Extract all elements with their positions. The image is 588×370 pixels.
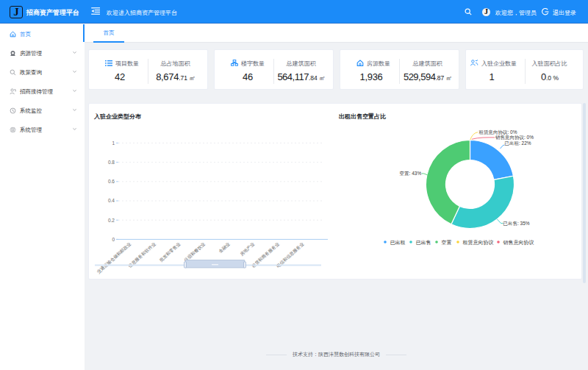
svg-text:0.4: 0.4 [108, 198, 115, 203]
svg-text:销售意向协议: 销售意向协议 [503, 240, 534, 246]
svg-text:1: 1 [112, 140, 115, 146]
svg-text:0.2: 0.2 [108, 218, 115, 223]
svg-text:0.8: 0.8 [108, 160, 115, 165]
svg-text:交通运输仓储和邮政业: 交通运输仓储和邮政业 [95, 241, 132, 276]
svg-text:空置: 43%: 空置: 43% [400, 171, 422, 176]
svg-text:金融业: 金融业 [218, 242, 232, 255]
svg-text:已出售: 已出售 [416, 240, 431, 245]
svg-text:已出租: 22%: 已出租: 22% [505, 140, 531, 146]
svg-text:已出租: 已出租 [390, 240, 406, 245]
svg-text:0.6: 0.6 [108, 179, 115, 184]
svg-text:销售意向协议: 0%: 销售意向协议: 0% [495, 135, 534, 140]
svg-text:空置: 空置 [442, 240, 452, 245]
svg-text:0: 0 [112, 237, 115, 242]
svg-text:租赁意向协议: 租赁意向协议 [463, 240, 494, 246]
svg-text:房地产业: 房地产业 [239, 241, 256, 257]
svg-text:已出售: 35%: 已出售: 35% [503, 221, 530, 227]
svg-text:批发和零售业: 批发和零售业 [158, 241, 182, 263]
